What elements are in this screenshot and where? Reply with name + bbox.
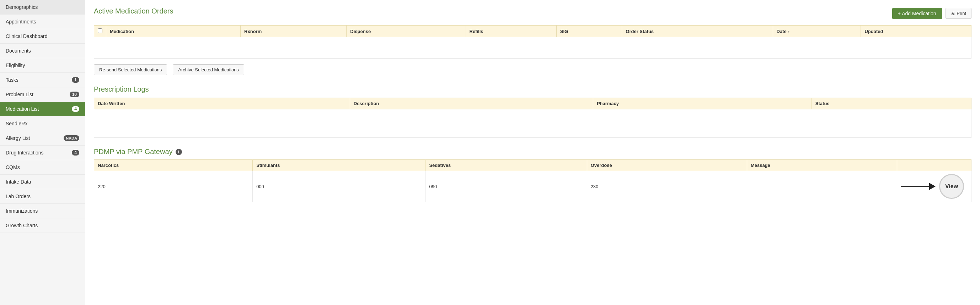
top-actions: + Add Medication 🖨 Print — [892, 8, 972, 19]
pdmp-cell-1: 000 — [253, 171, 425, 202]
pdmp-view-button[interactable]: View — [939, 174, 964, 199]
sidebar-item-clinical-dashboard[interactable]: Clinical Dashboard — [0, 29, 85, 44]
col-header-narcotics: Narcotics — [94, 160, 253, 171]
sidebar-item-documents[interactable]: Documents — [0, 44, 85, 58]
sort-arrow-date: ↑ — [788, 30, 790, 34]
sidebar-item-eligibility[interactable]: Eligibility — [0, 58, 85, 73]
col-header-message: Message — [747, 160, 897, 171]
active-medication-table: Medication Rxnorm Dispense Refills SIG O… — [94, 25, 972, 58]
sidebar-item-label: Problem List — [6, 92, 33, 97]
prescription-logs-section: Prescription Logs Date Written Descripti… — [94, 85, 972, 138]
arrow-head — [929, 183, 935, 190]
print-button[interactable]: 🖨 Print — [945, 8, 972, 19]
pdmp-table: Narcotics Stimulants Sedatives Overdose … — [94, 160, 972, 202]
medication-action-buttons: Re-send Selected Medications Archive Sel… — [94, 64, 972, 75]
col-header-date-written: Date Written — [94, 98, 350, 109]
print-icon: 🖨 — [951, 11, 956, 16]
sidebar-item-label: Documents — [6, 48, 31, 54]
pdmp-cell-3: 230 — [587, 171, 747, 202]
active-medication-orders-section: Active Medication Orders + Add Medicatio… — [94, 7, 972, 75]
archive-medications-button[interactable]: Archive Selected Medications — [173, 64, 244, 75]
pdmp-cell-2: 090 — [425, 171, 587, 202]
arrow-line — [901, 183, 935, 190]
col-header-checkbox — [94, 25, 106, 37]
sidebar-item-send-erx[interactable]: Send eRx — [0, 117, 85, 131]
sidebar-item-immunizations[interactable]: Immunizations — [0, 204, 85, 218]
col-header-dispense: Dispense — [347, 25, 466, 37]
prescription-logs-table: Date Written Description Pharmacy Status — [94, 98, 972, 138]
sidebar-item-intake-data[interactable]: Intake Data — [0, 175, 85, 189]
sidebar-item-lab-orders[interactable]: Lab Orders — [0, 189, 85, 204]
active-medication-orders-title: Active Medication Orders — [94, 7, 173, 15]
select-all-checkbox[interactable] — [98, 28, 102, 33]
sidebar-item-label: Appointments — [6, 19, 36, 25]
sidebar-item-label: Demographics — [6, 4, 38, 10]
sidebar-item-label: Medication List — [6, 106, 39, 112]
pdmp-view-cell: View — [897, 171, 972, 202]
sidebar-item-allergy-list[interactable]: Allergy ListNKDA — [0, 131, 85, 145]
sidebar-item-label: Clinical Dashboard — [6, 33, 48, 39]
sidebar-item-label: Tasks — [6, 77, 19, 83]
pdmp-info-icon[interactable]: i — [176, 149, 182, 155]
sidebar-item-label: Eligibility — [6, 63, 25, 68]
pdmp-cell-0: 220 — [94, 171, 253, 202]
col-header-stimulants: Stimulants — [253, 160, 425, 171]
sidebar-item-label: Intake Data — [6, 179, 31, 185]
sidebar-badge: NKDA — [64, 135, 79, 141]
col-header-overdose: Overdose — [587, 160, 747, 171]
sidebar-badge: 4 — [72, 106, 79, 112]
col-header-rxnorm: Rxnorm — [241, 25, 347, 37]
col-header-order-status: Order Status — [622, 25, 773, 37]
pdmp-title-row: PDMP via PMP Gateway i — [94, 148, 972, 156]
pdmp-cell-4 — [747, 171, 897, 202]
arrow-view-container: View — [901, 174, 964, 199]
col-header-refills: Refills — [466, 25, 556, 37]
add-medication-button[interactable]: + Add Medication — [892, 8, 942, 19]
sidebar-item-label: CQMs — [6, 164, 20, 170]
col-header-pharmacy: Pharmacy — [593, 98, 811, 109]
pdmp-section: PDMP via PMP Gateway i Narcotics Stimula… — [94, 148, 972, 202]
sidebar-badge: 1 — [72, 77, 79, 83]
pdmp-title: PDMP via PMP Gateway — [94, 148, 173, 156]
sidebar-item-cqms[interactable]: CQMs — [0, 160, 85, 175]
sidebar-item-medication-list[interactable]: Medication List4 — [0, 102, 85, 117]
sidebar-item-tasks[interactable]: Tasks1 — [0, 73, 85, 87]
sidebar-badge: 4 — [72, 150, 79, 155]
prescription-logs-title: Prescription Logs — [94, 85, 972, 93]
col-header-sedatives: Sedatives — [425, 160, 587, 171]
col-header-view-action — [897, 160, 972, 171]
sidebar-item-growth-charts[interactable]: Growth Charts — [0, 218, 85, 233]
col-header-status: Status — [811, 98, 971, 109]
sidebar-item-label: Allergy List — [6, 135, 30, 141]
sidebar-item-appointments[interactable]: Appointments — [0, 14, 85, 29]
sidebar-item-problem-list[interactable]: Problem List10 — [0, 87, 85, 102]
col-header-date: Date ↑ — [773, 25, 861, 37]
pdmp-table-row: 220000090230View — [94, 171, 972, 202]
sidebar-item-drug-interactions[interactable]: Drug Interactions4 — [0, 145, 85, 160]
col-header-description: Description — [350, 98, 593, 109]
sidebar-item-label: Send eRx — [6, 121, 27, 126]
arrow-shaft — [901, 186, 929, 187]
col-header-sig: SIG — [556, 25, 622, 37]
resend-medications-button[interactable]: Re-send Selected Medications — [94, 64, 167, 75]
sidebar-item-label: Drug Interactions — [6, 150, 44, 155]
sidebar-item-label: Lab Orders — [6, 193, 30, 199]
sidebar: DemographicsAppointmentsClinical Dashboa… — [0, 0, 85, 305]
sidebar-badge: 10 — [70, 92, 79, 97]
col-header-updated: Updated — [861, 25, 972, 37]
sidebar-item-label: Growth Charts — [6, 223, 38, 228]
print-label: Print — [956, 11, 966, 16]
col-header-medication: Medication — [106, 25, 241, 37]
sidebar-item-demographics[interactable]: Demographics — [0, 0, 85, 14]
sidebar-item-label: Immunizations — [6, 208, 38, 214]
main-content: Active Medication Orders + Add Medicatio… — [85, 0, 980, 305]
